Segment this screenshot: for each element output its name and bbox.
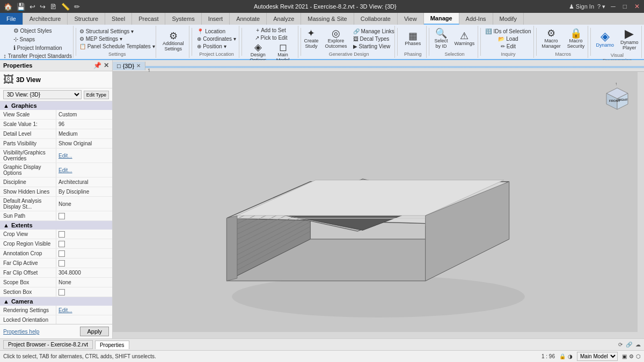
tab-addins[interactable]: Add-Ins: [459, 13, 493, 25]
add-to-set-btn[interactable]: + Add to Set: [254, 27, 288, 34]
properties-pin-icon[interactable]: 📌: [93, 62, 101, 69]
mep-settings-btn[interactable]: ⚙ MEP Settings ▾: [78, 35, 124, 42]
section-graphics[interactable]: ▲ Graphics: [0, 101, 112, 110]
view-cube[interactable]: FRONT RIGHT ↑: [596, 77, 639, 120]
ribbon-group-selection: 🔍 Select by ID ⚠ Warnings Selection: [431, 26, 478, 58]
tab-annotate[interactable]: Annotate: [230, 13, 267, 25]
properties-panel-header: Properties 📌 ✕: [0, 60, 112, 71]
ids-of-selection-btn[interactable]: 🔢 IDs of Selection: [484, 28, 532, 35]
starting-view-btn[interactable]: ▶ Starting View: [352, 43, 396, 50]
settings-status-icon[interactable]: ⚙: [629, 353, 634, 359]
tab-modify[interactable]: Modify: [493, 13, 524, 25]
annotate-btn[interactable]: ✏: [72, 2, 82, 11]
save-btn[interactable]: 💾: [15, 2, 27, 11]
panel-schedule-btn[interactable]: 📋 Panel Schedule Templates ▾: [78, 43, 157, 50]
properties-help-link[interactable]: Properties help: [3, 329, 39, 335]
section-extents[interactable]: ▲ Extents: [0, 221, 112, 230]
crop-view-checkbox[interactable]: [58, 231, 65, 238]
view-name-dropdown[interactable]: 3D View: {3D}: [3, 90, 82, 99]
section-box-checkbox[interactable]: [58, 289, 65, 295]
explore-outcomes-btn[interactable]: ◎ ExploreOutcomes: [323, 27, 349, 50]
load-btn[interactable]: 📂 Load: [496, 35, 519, 42]
phases-btn[interactable]: ▦ Phases: [402, 30, 423, 47]
undo-btn[interactable]: ↩: [28, 2, 37, 11]
measure-btn[interactable]: 📏: [60, 2, 71, 11]
active-workset-select[interactable]: Main Model: [577, 352, 618, 361]
properties-title: Properties: [3, 62, 32, 69]
tab-structure[interactable]: Structure: [68, 13, 105, 25]
signin-btn[interactable]: ♟ Sign In: [569, 3, 594, 10]
annotation-crop-checkbox[interactable]: [58, 250, 65, 257]
macro-security-btn[interactable]: 🔒 MacroSecurity: [565, 27, 587, 50]
sun-path-checkbox[interactable]: [58, 213, 65, 219]
cloud-icon[interactable]: ☁: [635, 342, 641, 348]
dynamo-btn[interactable]: ◈ Dynamo: [594, 29, 616, 49]
properties-apply-btn[interactable]: Apply: [80, 327, 109, 336]
ribbon-group-settings: ⚙ Object Styles ⊹ Snaps ℹ Project Inform…: [2, 26, 74, 58]
ribbon-group-generative: ✦ CreateStudy ◎ ExploreOutcomes 🔗 Manage…: [303, 26, 395, 58]
edit-btn[interactable]: ✏ Edit: [499, 43, 517, 50]
transfer-standards-btn[interactable]: ↕ Transfer Project Standards: [2, 52, 74, 60]
project-info-btn[interactable]: ℹ Project Information: [12, 44, 64, 52]
redo-btn[interactable]: ↪: [38, 2, 47, 11]
dynamo-player-btn[interactable]: ▶ DynamoPlayer: [618, 27, 641, 51]
app-menu-btn[interactable]: 🏠: [2, 2, 14, 11]
minimize-btn[interactable]: ─: [609, 2, 618, 11]
coordinates-btn[interactable]: ⊕ Coordinates ▾: [195, 35, 238, 42]
link-icon[interactable]: 🔗: [626, 342, 632, 348]
crop-region-checkbox[interactable]: [58, 241, 65, 247]
worksets-icon[interactable]: 🔒: [559, 353, 566, 359]
horizontal-scrollbar[interactable]: [113, 332, 638, 338]
collapse-graphics-icon: ▲: [3, 102, 9, 109]
maximize-btn[interactable]: □: [621, 2, 629, 11]
ribbon-group-macros: ⚙ MacroManager 🔒 MacroSecurity Macros: [539, 26, 588, 58]
select-by-id-btn[interactable]: 🔍 Select by ID: [433, 27, 450, 50]
tab-steel[interactable]: Steel: [105, 13, 132, 25]
additional-settings-btn[interactable]: ⚙ Additional Settings: [160, 30, 186, 53]
sync-icon[interactable]: ⟳: [618, 342, 623, 348]
properties-footer: Properties help Apply: [0, 324, 112, 338]
tab-collaborate[interactable]: Collaborate: [354, 13, 398, 25]
bottom-bar-icons: ⟳ 🔗 ☁: [618, 342, 641, 348]
viewport-tab-close[interactable]: ✕: [136, 63, 141, 69]
section-camera[interactable]: ▲ Camera: [0, 297, 112, 306]
tab-insert[interactable]: Insert: [202, 13, 230, 25]
warnings-btn[interactable]: ⚠ Warnings: [452, 30, 477, 47]
bottom-tab-bar: Project Browser - Exercise-8.2.rvt Prope…: [0, 338, 644, 350]
tab-architecture[interactable]: Architecture: [23, 13, 68, 25]
viewport-tab-3d[interactable]: □ {3D} ✕: [113, 62, 145, 70]
properties-tab[interactable]: Properties: [95, 341, 129, 349]
diagnostics-icon[interactable]: ⬡: [636, 353, 641, 359]
manage-links-btn[interactable]: 🔗 Manage Links: [352, 28, 396, 35]
tab-manage[interactable]: Manage: [424, 13, 459, 25]
tab-massing[interactable]: Massing & Site: [301, 13, 354, 25]
tab-file[interactable]: File: [0, 13, 23, 25]
properties-close-icon[interactable]: ✕: [104, 62, 109, 69]
position-btn[interactable]: ⊕ Position ▾: [195, 43, 228, 50]
filter-icon[interactable]: ▣: [622, 353, 627, 359]
print-btn[interactable]: 🖹: [48, 2, 58, 11]
tab-precast[interactable]: Precast: [132, 13, 165, 25]
prop-view-select: 3D View: {3D} Edit Type: [0, 88, 112, 101]
decal-types-btn[interactable]: 🖼 Decal Types: [352, 35, 396, 42]
macro-manager-btn[interactable]: ⚙ MacroManager: [539, 27, 563, 50]
help-btn[interactable]: ? ▾: [597, 3, 605, 10]
location-btn[interactable]: 📍 Location: [195, 28, 227, 35]
snaps-btn[interactable]: ⊹ Snaps: [12, 35, 36, 43]
tab-systems[interactable]: Systems: [165, 13, 201, 25]
vertical-scrollbar[interactable]: [638, 72, 644, 338]
tab-analyze[interactable]: Analyze: [267, 13, 301, 25]
viewport-canvas[interactable]: FRONT RIGHT ↑: [113, 72, 644, 338]
project-browser-tab[interactable]: Project Browser - Exercise-8.2.rvt: [3, 340, 93, 349]
object-styles-btn[interactable]: ⚙ Object Styles: [12, 27, 54, 35]
prop-locked-orientation: Locked Orientation: [0, 315, 112, 324]
tab-view[interactable]: View: [398, 13, 424, 25]
prop-type-area: 🖼 3D View: [0, 71, 112, 88]
edit-type-btn[interactable]: Edit Type: [84, 91, 109, 99]
pick-to-edit-btn[interactable]: ↗ Pick to Edit: [253, 34, 289, 41]
structural-settings-btn[interactable]: ⚙ Structural Settings ▾: [78, 28, 135, 35]
create-study-btn[interactable]: ✦ CreateStudy: [302, 27, 320, 50]
far-clip-active-checkbox[interactable]: [58, 260, 65, 267]
close-btn[interactable]: ✕: [632, 2, 642, 11]
design-options-status-icon[interactable]: ◑: [568, 353, 573, 359]
